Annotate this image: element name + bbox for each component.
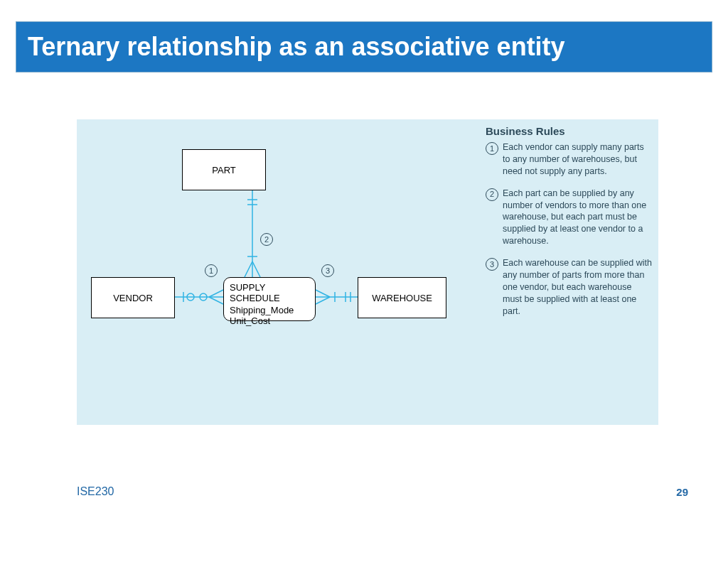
rule-badge-2: 2 [260,233,273,246]
rule-text: Each part can be supplied by any number … [503,188,653,247]
svg-point-8 [187,293,194,301]
entity-vendor: VENDOR [91,277,175,318]
svg-line-4 [252,261,260,277]
rule-badge-3: 3 [321,264,334,277]
rule-number-icon: 2 [486,188,498,201]
slide-title: Ternary relationship as an associative e… [28,32,565,62]
svg-line-13 [316,290,330,297]
entity-part-label: PART [212,165,235,175]
rule-number-icon: 1 [486,142,498,155]
svg-line-10 [209,297,223,304]
associative-attr-unit-cost: Unit_Cost [230,315,309,326]
entity-warehouse: WAREHOUSE [358,277,446,318]
er-diagram: PART VENDOR WAREHOUSE SUPPLY SCHEDULE Sh… [77,119,658,425]
svg-line-3 [245,261,252,277]
associative-attr-shipping-mode: Shipping_Mode [230,305,309,315]
footer-page-number: 29 [676,486,688,498]
associative-title: SUPPLY SCHEDULE [230,282,309,303]
title-bar: Ternary relationship as an associative e… [16,21,712,72]
footer-course: ISE230 [77,485,114,498]
svg-point-11 [200,293,207,301]
rule-text: Each warehouse can be supplied with any … [503,257,653,317]
business-rules: Business Rules 1 Each vendor can supply … [486,125,653,327]
rule-item: 2 Each part can be supplied by any numbe… [486,188,653,247]
associative-entity-supply-schedule: SUPPLY SCHEDULE Shipping_Mode Unit_Cost [223,277,316,321]
entity-part: PART [182,149,266,190]
rule-item: 3 Each warehouse can be supplied with an… [486,257,653,317]
entity-warehouse-label: WAREHOUSE [372,293,432,303]
rule-item: 1 Each vendor can supply many parts to a… [486,141,653,178]
svg-line-9 [209,290,223,297]
diagram-panel: PART VENDOR WAREHOUSE SUPPLY SCHEDULE Sh… [77,119,658,425]
business-rules-heading: Business Rules [486,125,653,137]
entity-vendor-label: VENDOR [113,293,153,303]
rule-badge-1: 1 [205,264,218,277]
rule-text: Each vendor can supply many parts to any… [503,141,653,178]
rule-number-icon: 3 [486,258,498,271]
svg-line-14 [316,297,330,304]
